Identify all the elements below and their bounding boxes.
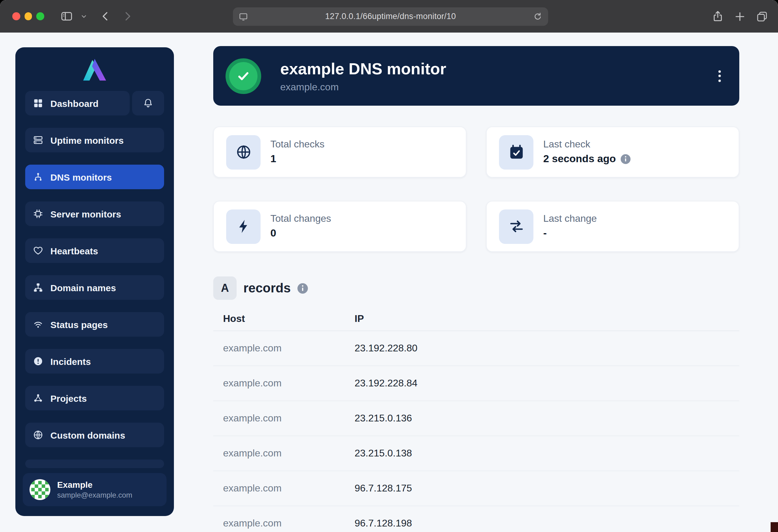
nav-item-label: Custom domains <box>51 430 125 440</box>
col-host: Host <box>223 313 355 324</box>
stat-total-checks: Total checks 1 <box>213 126 466 178</box>
table-header: Host IP <box>213 306 739 331</box>
record-type-badge: A <box>213 276 237 300</box>
sidebar-item-custom-domains[interactable]: Custom domains <box>25 423 164 447</box>
tab-group-dropdown-button[interactable] <box>79 0 88 32</box>
app-logo[interactable] <box>15 47 174 82</box>
table-row: example.com 23.215.0.138 <box>213 436 739 471</box>
site-settings-icon[interactable] <box>238 11 248 24</box>
table-row: example.com 96.7.128.175 <box>213 471 739 506</box>
info-icon[interactable] <box>297 283 308 293</box>
share-icon <box>712 10 724 22</box>
address-bar[interactable]: 127.0.0.1/66uptime/dns-monitor/10 <box>233 7 548 25</box>
stat-value: - <box>543 227 597 240</box>
record-ip: 23.192.228.80 <box>355 343 739 354</box>
record-host: example.com <box>223 343 355 354</box>
info-icon[interactable] <box>621 154 630 164</box>
sidebar-item-status-pages[interactable]: Status pages <box>25 312 164 337</box>
plus-icon <box>734 10 746 22</box>
sidebar-item-projects[interactable]: Projects <box>25 386 164 410</box>
close-button[interactable] <box>12 13 20 20</box>
sidebar-item-partial[interactable] <box>25 459 164 468</box>
bell-icon <box>143 98 154 109</box>
table-row: example.com 23.192.228.84 <box>213 366 739 401</box>
stats-grid: Total checks 1 Last check 2 seconds ago <box>213 126 739 252</box>
record-host: example.com <box>223 518 355 529</box>
zoom-button[interactable] <box>36 13 44 20</box>
dashboard-grid-icon <box>32 98 44 109</box>
nav-item-label: Domain names <box>51 282 116 293</box>
nav-item-icon <box>32 392 44 404</box>
reload-button[interactable] <box>533 11 543 23</box>
record-ip: 23.192.228.84 <box>355 378 739 389</box>
record-ip: 23.215.0.136 <box>355 413 739 424</box>
tabs-overview-button[interactable] <box>756 10 768 22</box>
record-ip: 23.215.0.138 <box>355 448 739 459</box>
nav-item-icon <box>32 171 44 182</box>
nav-item-label: DNS monitors <box>51 172 112 182</box>
sidebar-item-dns-monitors[interactable]: DNS monitors <box>25 165 164 189</box>
bolt-icon <box>226 209 260 244</box>
nav-item-icon <box>32 135 44 146</box>
back-button[interactable] <box>98 0 112 32</box>
sidebar-nav: Dashboard Uptime monitors <box>15 82 174 468</box>
minimize-button[interactable] <box>24 13 32 20</box>
sidebar: Dashboard Uptime monitors <box>15 47 174 516</box>
forward-button[interactable] <box>121 0 134 32</box>
calendar-check-icon <box>499 135 533 169</box>
swap-arrows-icon <box>499 209 533 244</box>
sidebar-item-dashboard[interactable]: Dashboard <box>25 91 130 115</box>
page-content: Dashboard Uptime monitors <box>0 32 778 532</box>
col-ip: IP <box>355 313 739 324</box>
nav-item-icon <box>32 356 44 367</box>
reload-icon <box>533 11 543 21</box>
sidebar-toggle-button[interactable] <box>59 0 74 32</box>
tabs-icon <box>756 10 768 22</box>
sidebar-item-heartbeats[interactable]: Heartbeats <box>25 238 164 263</box>
records-table: Host IP example.com 23.192.228.80 exampl… <box>213 306 739 532</box>
screen-corner-artifact <box>771 522 778 532</box>
stat-value: 0 <box>270 227 331 240</box>
globe-icon <box>226 135 260 169</box>
stat-label: Last change <box>543 213 597 224</box>
nav-item-icon <box>32 245 44 256</box>
forward-icon <box>122 10 133 22</box>
monitor-header: example DNS monitor example.com <box>213 46 739 106</box>
sidebar-item-incidents[interactable]: Incidents <box>25 349 164 373</box>
records-header: A records <box>213 276 308 300</box>
nav-item-label: Status pages <box>51 319 108 330</box>
browser-toolbar: 127.0.0.1/66uptime/dns-monitor/10 <box>0 0 778 32</box>
sidebar-item-server-monitors[interactable]: Server monitors <box>25 201 164 226</box>
nav-item-label: Heartbeats <box>51 245 98 256</box>
user-email: sample@example.com <box>57 491 132 500</box>
monitor-hostname: example.com <box>280 81 446 92</box>
chevron-down-icon <box>80 13 87 20</box>
record-ip: 96.7.128.175 <box>355 483 739 494</box>
stat-value: 2 seconds ago <box>543 153 630 165</box>
url-text: 127.0.0.1/66uptime/dns-monitor/10 <box>325 12 456 21</box>
record-ip: 96.7.128.198 <box>355 518 739 529</box>
records-title: records <box>243 281 291 295</box>
monitor-title: example DNS monitor <box>280 59 446 78</box>
share-button[interactable] <box>712 10 724 22</box>
monitor-menu-button[interactable] <box>715 66 724 85</box>
nav-item-icon <box>32 319 44 330</box>
sidebar-item-uptime-monitors[interactable]: Uptime monitors <box>25 128 164 152</box>
nav-item-label: Uptime monitors <box>51 135 124 145</box>
status-up-icon <box>226 58 261 94</box>
user-name: Example <box>57 480 132 490</box>
notifications-button[interactable] <box>132 91 164 115</box>
sidebar-item-domain-names[interactable]: Domain names <box>25 275 164 300</box>
record-host: example.com <box>223 413 355 424</box>
nav-item-label: Projects <box>51 393 87 403</box>
stat-label: Last check <box>543 139 630 150</box>
record-host: example.com <box>223 448 355 459</box>
nav-item-icon <box>32 282 44 293</box>
stat-last-change: Last change - <box>486 201 739 252</box>
nav-item-label: Server monitors <box>51 208 121 219</box>
new-tab-button[interactable] <box>734 10 746 22</box>
user-card[interactable]: Example sample@example.com <box>23 473 166 506</box>
stat-label: Total changes <box>270 213 331 224</box>
sidebar-items: Uptime monitors DNS monitors Server moni… <box>25 128 164 447</box>
nav-item-label: Dashboard <box>51 98 99 108</box>
